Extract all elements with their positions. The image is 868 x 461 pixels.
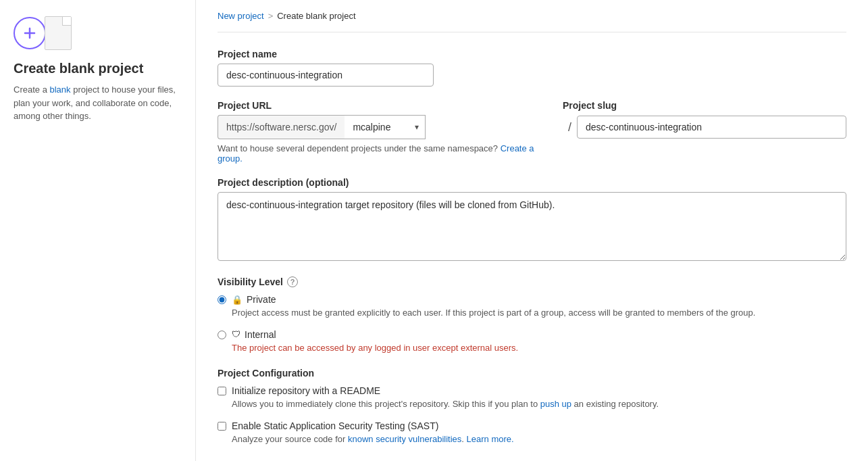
sast-title: Enable Static Application Security Testi… [232, 420, 514, 431]
private-desc: Project access must be granted explicitl… [232, 306, 755, 320]
visibility-group: Visibility Level ? 🔒 Private Project acc… [218, 276, 846, 354]
breadcrumb-divider [218, 32, 846, 32]
breadcrumb-current: Create blank project [277, 11, 355, 21]
project-name-input[interactable] [218, 64, 434, 87]
private-title: 🔒 Private [232, 294, 755, 305]
visibility-help-icon[interactable]: ? [287, 276, 298, 287]
project-url-label: Project URL [218, 100, 546, 111]
internal-radio[interactable] [218, 331, 226, 339]
sast-option: Enable Static Application Security Testi… [218, 420, 846, 446]
namespace-hint: Want to house several dependent projects… [218, 143, 546, 164]
internal-desc: The project can be accessed by any logge… [232, 341, 518, 355]
url-slug-row: Project URL https://software.nersc.gov/ … [218, 100, 846, 164]
page-icon [45, 16, 72, 50]
project-slug-input[interactable] [577, 116, 846, 139]
project-description-textarea[interactable]: desc-continuous-integration target repos… [218, 192, 846, 261]
private-option: 🔒 Private Project access must be granted… [218, 294, 846, 320]
blank-link[interactable]: blank [49, 84, 70, 95]
private-content: 🔒 Private Project access must be granted… [232, 294, 755, 320]
readme-title: Initialize repository with a README [232, 385, 659, 396]
lock-icon: 🔒 [232, 295, 242, 305]
project-description-label: Project description (optional) [218, 177, 846, 188]
sidebar-title: Create blank project [14, 61, 182, 76]
sidebar: Create blank project Create a blank proj… [0, 0, 196, 461]
sidebar-icon-area [14, 16, 182, 50]
push-up-link[interactable]: push up [540, 399, 571, 409]
project-slug-group: Project slug / [563, 100, 846, 139]
url-slash: / [563, 115, 577, 139]
sast-checkbox[interactable] [218, 422, 226, 431]
readme-content: Initialize repository with a README Allo… [232, 385, 659, 411]
readme-desc: Allows you to immediately clone this pro… [232, 397, 659, 411]
breadcrumb-separator: > [268, 11, 274, 21]
project-name-group: Project name [218, 49, 846, 87]
url-row: https://software.nersc.gov/ mcalpine [218, 115, 546, 139]
namespace-hint-text: Want to house several dependent projects… [218, 143, 498, 153]
internal-option: 🛡 Internal The project can be accessed b… [218, 329, 846, 355]
private-radio[interactable] [218, 295, 226, 304]
breadcrumb-parent[interactable]: New project [218, 11, 264, 21]
internal-content: 🛡 Internal The project can be accessed b… [232, 329, 518, 355]
sast-vuln-link[interactable]: known security vulnerabilities [348, 434, 461, 444]
project-url-group: Project URL https://software.nersc.gov/ … [218, 100, 546, 164]
form: Project name Project URL https://softwar… [218, 49, 846, 461]
visibility-label: Visibility Level ? [218, 276, 846, 287]
project-slug-label: Project slug [563, 100, 846, 111]
new-project-icon [14, 17, 46, 49]
sast-learn-more-link[interactable]: Learn more. [467, 434, 514, 444]
sast-content: Enable Static Application Security Testi… [232, 420, 514, 446]
readme-option: Initialize repository with a README Allo… [218, 385, 846, 411]
shield-icon: 🛡 [232, 329, 240, 339]
internal-title: 🛡 Internal [232, 329, 518, 340]
readme-checkbox[interactable] [218, 387, 226, 395]
config-label: Project Configuration [218, 368, 846, 379]
namespace-select-wrapper[interactable]: mcalpine [344, 115, 426, 139]
project-configuration: Project Configuration Initialize reposit… [218, 368, 846, 445]
project-description-group: Project description (optional) desc-cont… [218, 177, 846, 263]
project-name-label: Project name [218, 49, 846, 59]
namespace-select[interactable]: mcalpine [344, 115, 426, 139]
sast-desc: Analyze your source code for known secur… [232, 433, 514, 446]
main-content: New project > Create blank project Proje… [196, 0, 868, 461]
sidebar-description: Create a blank project to house your fil… [14, 83, 182, 123]
breadcrumb: New project > Create blank project [218, 11, 846, 21]
url-base: https://software.nersc.gov/ [218, 115, 344, 139]
